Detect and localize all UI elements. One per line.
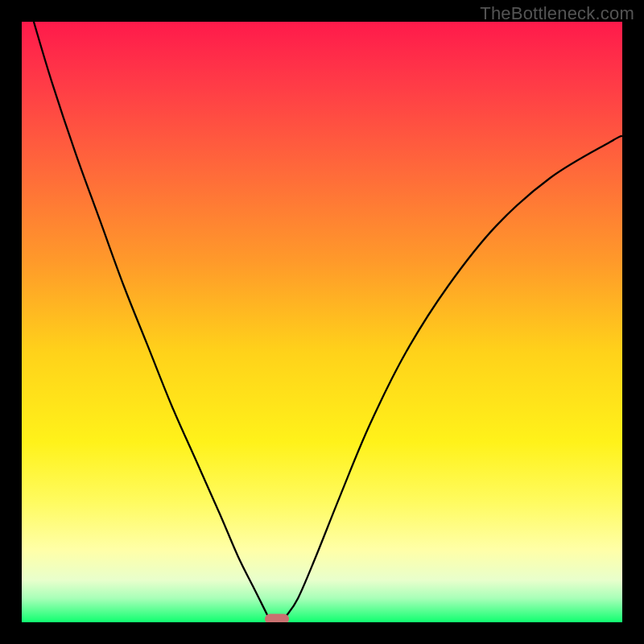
chart-frame: TheBottleneck.com	[0, 0, 644, 644]
curve-layer	[22, 22, 622, 622]
plot-area	[22, 22, 622, 622]
watermark-text: TheBottleneck.com	[480, 3, 634, 24]
curve-left-arm	[34, 22, 268, 617]
bottleneck-marker	[265, 614, 289, 622]
curve-right-arm	[286, 136, 622, 617]
